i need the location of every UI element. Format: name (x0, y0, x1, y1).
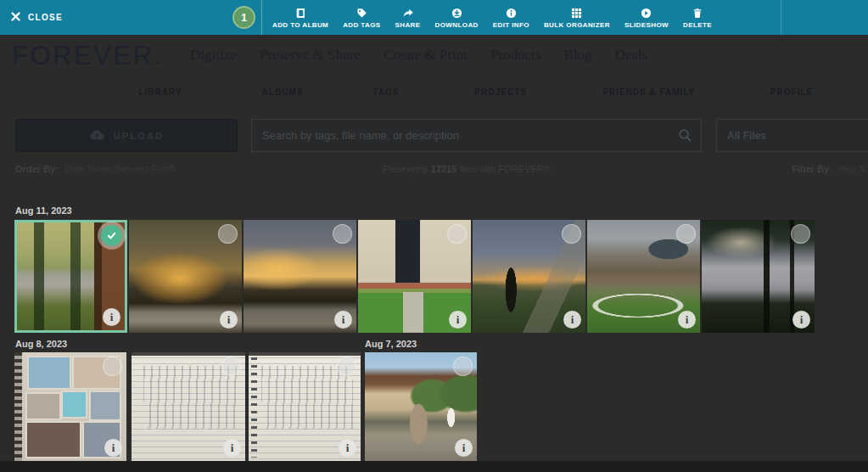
select-circle-icon[interactable] (676, 224, 696, 244)
info-icon[interactable]: i (103, 308, 120, 326)
photo-thumbnail-sunset-driveway[interactable]: i (244, 220, 356, 333)
select-circle-icon[interactable] (333, 224, 352, 244)
bulk-organizer-button[interactable]: BULK ORGANIZER (544, 7, 610, 29)
nav-item-create-print[interactable]: Create & Print (384, 47, 468, 64)
section-tab-friends-family[interactable]: FRIENDS & FAMILY (603, 87, 695, 97)
toolbar-divider (261, 0, 262, 35)
collage-block (27, 423, 80, 457)
close-label: CLOSE (28, 13, 63, 22)
select-circle-icon[interactable] (562, 224, 581, 244)
photo-thumbnail-sunset-over-road[interactable]: i (129, 220, 242, 333)
download-button[interactable]: DOWNLOAD (435, 7, 479, 29)
section-tab-profile[interactable]: PROFILE (770, 87, 813, 97)
photo-thumbnail-notebook-page-2[interactable]: i (249, 352, 361, 461)
collage-block (29, 357, 70, 388)
info-icon[interactable]: i (678, 311, 696, 329)
add-to-album-button[interactable]: ADD TO ALBUM (272, 7, 328, 29)
search-bar (251, 119, 702, 152)
info-icon[interactable]: i (792, 311, 810, 329)
toolbar-actions: ADD TO ALBUM ADD TAGS SHARE DOWNLOAD (272, 0, 712, 35)
info-icon[interactable]: i (220, 311, 238, 329)
select-circle-icon[interactable] (221, 357, 241, 376)
nav-item-preserve-share[interactable]: Preserve & Share (260, 47, 361, 64)
nav-item-products[interactable]: Products (490, 47, 541, 64)
toolbar-divider (781, 0, 781, 35)
date-group-label: Aug 11, 2023 (15, 205, 72, 216)
section-tab-albums[interactable]: ALBUMS (262, 87, 304, 97)
nav-item-blog[interactable]: Blog (563, 47, 591, 64)
nav-item-digitize[interactable]: Digitize (190, 47, 237, 64)
info-icon[interactable]: i (339, 439, 356, 457)
photo-library-screen: CLOSE 1 ADD TO ALBUM ADD TAGS (0, 0, 868, 472)
photo-thumbnail-pond-with-trees[interactable]: i (14, 220, 127, 333)
photo-thumbnail-stone-house-street[interactable]: i (365, 352, 477, 461)
select-circle-icon[interactable] (453, 357, 473, 376)
tag-icon (356, 7, 367, 19)
preserving-count-text: Preserving 17215 files with FOREVER® (383, 164, 551, 174)
close-icon (11, 11, 20, 24)
photo-thumbnail-stone-entryway[interactable]: i (358, 220, 471, 333)
album-icon (295, 7, 306, 19)
order-by-label: Order By: (15, 164, 59, 174)
photo-thumbnail-evening-lawn[interactable]: i (473, 220, 585, 333)
section-tab-projects[interactable]: PROJECTS (474, 87, 527, 97)
search-icon[interactable] (678, 128, 692, 143)
add-tags-button[interactable]: ADD TAGS (343, 7, 380, 29)
section-tab-tags[interactable]: TAGS (372, 87, 399, 97)
select-circle-icon[interactable] (218, 224, 238, 244)
filter-by-label: Filter By (792, 164, 829, 174)
photo-thumbnail-dusk-pond[interactable]: i (702, 220, 815, 333)
cloud-upload-icon (89, 129, 105, 143)
main-nav: Digitize Preserve & Share Create & Print… (190, 47, 647, 64)
forever-logo: FOREVER. (12, 41, 163, 71)
select-circle-icon[interactable] (791, 224, 810, 244)
date-group-label: Aug 7, 2023 (365, 339, 417, 349)
photo-thumbnail-notebook-page-1[interactable]: i (132, 352, 245, 461)
share-icon (402, 7, 414, 19)
info-icon[interactable]: i (334, 311, 352, 329)
filter-sort-icon[interactable]: ⇅ (859, 164, 865, 173)
order-sort-icon[interactable]: ⇅ (170, 164, 176, 173)
download-icon (451, 7, 462, 19)
selected-check-icon[interactable] (101, 225, 122, 246)
collage-block (27, 394, 59, 419)
selection-count: 1 (241, 12, 247, 24)
bottom-edge (0, 461, 868, 472)
delete-button[interactable]: DELETE (683, 7, 712, 29)
file-count: 17215 (431, 164, 457, 174)
edit-info-icon (506, 7, 517, 19)
selection-count-badge: 1 (232, 6, 255, 29)
selection-toolbar: CLOSE 1 ADD TO ALBUM ADD TAGS (0, 0, 868, 35)
grid-icon (571, 7, 582, 19)
file-type-filter-dropdown[interactable]: All Files (716, 119, 868, 152)
slideshow-icon (641, 7, 652, 19)
info-icon[interactable]: i (449, 311, 467, 329)
nav-item-deals[interactable]: Deals (614, 47, 647, 64)
collage-block (91, 392, 120, 419)
filter-by-value[interactable]: Year (838, 164, 857, 174)
library-section-nav: LIBRARY ALBUMS TAGS PROJECTS FRIENDS & F… (0, 87, 868, 101)
close-button[interactable]: CLOSE (11, 0, 63, 35)
trash-icon (692, 7, 703, 19)
select-circle-icon[interactable] (337, 357, 356, 376)
select-circle-icon[interactable] (103, 357, 122, 376)
info-icon[interactable]: i (223, 439, 241, 457)
upload-button[interactable]: UPLOAD (15, 119, 238, 152)
collage-block (63, 392, 87, 416)
info-icon[interactable]: i (563, 311, 581, 329)
order-by-value[interactable]: Date Taken (Newest First) (64, 164, 172, 174)
photo-thumbnail-landscaped-house[interactable]: i (587, 220, 700, 333)
info-icon[interactable]: i (455, 439, 473, 457)
search-input[interactable] (252, 129, 678, 142)
status-bar: Order By: Date Taken (Newest First) ⇅ Pr… (0, 164, 868, 176)
share-button[interactable]: SHARE (395, 7, 421, 29)
photo-thumbnail-photo-collage-album[interactable]: i (14, 352, 126, 461)
select-circle-icon[interactable] (447, 224, 467, 244)
slideshow-button[interactable]: SLIDESHOW (624, 7, 669, 29)
info-icon[interactable]: i (104, 439, 122, 457)
date-group-label: Aug 8, 2023 (15, 339, 67, 349)
section-tab-library[interactable]: LIBRARY (138, 87, 182, 97)
edit-info-button[interactable]: EDIT INFO (493, 7, 529, 29)
